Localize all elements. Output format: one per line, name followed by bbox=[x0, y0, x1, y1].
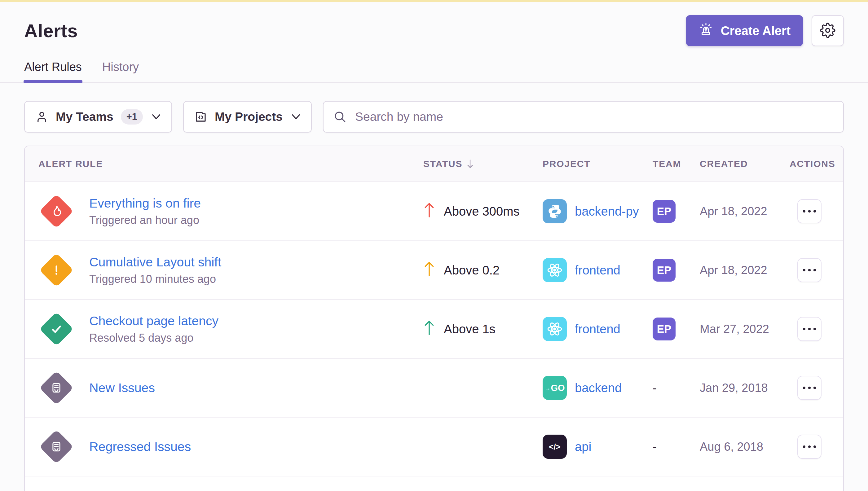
table-row: Cumulative Layout shift Triggered 10 min… bbox=[25, 241, 843, 300]
projects-filter-button[interactable]: My Projects bbox=[183, 101, 312, 133]
chevron-down-icon bbox=[291, 114, 301, 120]
search-input[interactable] bbox=[355, 110, 833, 124]
alert-rules-table: ALERT RULE STATUS PROJECT TEAM CREATED A… bbox=[24, 146, 844, 491]
gear-icon bbox=[820, 23, 836, 39]
react-icon bbox=[542, 317, 567, 341]
page-header: Alerts Create Alert bbox=[24, 2, 844, 46]
chevron-down-icon bbox=[151, 114, 161, 120]
table-row: Everything is on fire Triggered an hour … bbox=[25, 182, 843, 241]
alerts-page: Alerts Create Alert bbox=[0, 2, 868, 491]
project-code-icon bbox=[194, 110, 207, 123]
team-badge: EP bbox=[653, 259, 676, 282]
search-icon bbox=[333, 110, 346, 123]
team-badge: EP bbox=[653, 318, 676, 341]
fire-icon bbox=[39, 194, 74, 228]
column-header-team: TEAM bbox=[653, 158, 700, 169]
alert-rule-link[interactable]: Regressed Issues bbox=[89, 440, 191, 454]
issues-icon bbox=[39, 371, 74, 405]
project-link[interactable]: api bbox=[575, 440, 591, 454]
table-header-row: ALERT RULE STATUS PROJECT TEAM CREATED A… bbox=[25, 146, 843, 182]
teams-filter-button[interactable]: My Teams +1 bbox=[24, 101, 172, 133]
team-none: - bbox=[653, 381, 657, 395]
project-link[interactable]: backend bbox=[575, 381, 622, 395]
project-link[interactable]: frontend bbox=[575, 263, 620, 277]
created-date: Apr 18, 2022 bbox=[700, 264, 790, 277]
issues-icon bbox=[39, 430, 74, 464]
project-link[interactable]: backend-py bbox=[575, 204, 639, 219]
create-alert-button[interactable]: Create Alert bbox=[686, 15, 803, 46]
alert-rule-link[interactable]: Checkout page latency bbox=[89, 314, 219, 328]
projects-filter-label: My Projects bbox=[215, 110, 283, 124]
top-banner-stripe bbox=[0, 0, 868, 2]
created-date: Mar 27, 2022 bbox=[700, 322, 790, 336]
tab-history[interactable]: History bbox=[102, 60, 139, 82]
created-date: Aug 6, 2018 bbox=[700, 440, 790, 454]
table-row: Regressed Issues </> api - Aug 6, 2018 bbox=[25, 417, 843, 476]
team-none: - bbox=[653, 440, 657, 454]
tabbar: Alert Rules History bbox=[0, 60, 868, 83]
row-actions-button[interactable] bbox=[797, 258, 821, 282]
team-badge: EP bbox=[653, 200, 676, 223]
go-icon: GO bbox=[542, 376, 567, 400]
table-row: Checkout page latency Resolved 5 days ag… bbox=[25, 300, 843, 359]
search-box bbox=[323, 101, 844, 133]
status-threshold: Above 1s bbox=[444, 322, 496, 336]
table-row: New Issues GO backend - Jan 29, 2018 bbox=[25, 359, 843, 417]
column-header-alert-rule: ALERT RULE bbox=[38, 158, 423, 169]
user-icon bbox=[35, 110, 48, 123]
warning-icon bbox=[39, 253, 74, 287]
column-header-project: PROJECT bbox=[542, 158, 653, 169]
row-actions-button[interactable] bbox=[797, 376, 821, 400]
alert-rule-link[interactable]: Everything is on fire bbox=[89, 196, 201, 210]
filter-bar: My Teams +1 My Projects bbox=[24, 101, 844, 133]
settings-button[interactable] bbox=[812, 15, 844, 46]
create-alert-label: Create Alert bbox=[721, 24, 790, 38]
react-icon bbox=[542, 258, 567, 282]
row-actions-button[interactable] bbox=[797, 435, 821, 459]
siren-icon bbox=[699, 22, 713, 40]
status-threshold: Above 300ms bbox=[444, 204, 520, 219]
teams-count-badge: +1 bbox=[121, 109, 143, 124]
column-header-actions: ACTIONS bbox=[790, 158, 836, 169]
trend-up-icon bbox=[423, 202, 435, 221]
page-title: Alerts bbox=[24, 20, 78, 41]
alert-rule-last-status: Triggered an hour ago bbox=[89, 214, 201, 227]
trend-up-icon bbox=[423, 261, 435, 280]
alert-rule-last-status: Resolved 5 days ago bbox=[89, 331, 219, 344]
created-date: Jan 29, 2018 bbox=[700, 381, 790, 395]
status-threshold: Above 0.2 bbox=[444, 263, 500, 277]
row-actions-button[interactable] bbox=[797, 199, 821, 223]
python-icon bbox=[542, 199, 567, 223]
resolved-check-icon bbox=[39, 312, 74, 346]
trend-up-icon bbox=[423, 319, 435, 339]
project-link[interactable]: frontend bbox=[575, 322, 620, 336]
row-actions-button[interactable] bbox=[797, 317, 821, 341]
tab-alert-rules[interactable]: Alert Rules bbox=[24, 60, 82, 82]
alert-rule-link[interactable]: New Issues bbox=[89, 381, 155, 395]
sort-descending-icon bbox=[466, 159, 474, 169]
header-actions: Create Alert bbox=[686, 15, 844, 46]
code-icon: </> bbox=[542, 435, 567, 459]
column-header-created: CREATED bbox=[700, 158, 790, 169]
created-date: Apr 18, 2022 bbox=[700, 205, 790, 218]
column-header-status[interactable]: STATUS bbox=[423, 158, 542, 169]
partial-row bbox=[25, 476, 843, 491]
alert-rule-last-status: Triggered 10 minutes ago bbox=[89, 272, 221, 286]
alert-rule-link[interactable]: Cumulative Layout shift bbox=[89, 255, 221, 269]
teams-filter-label: My Teams bbox=[56, 110, 113, 124]
